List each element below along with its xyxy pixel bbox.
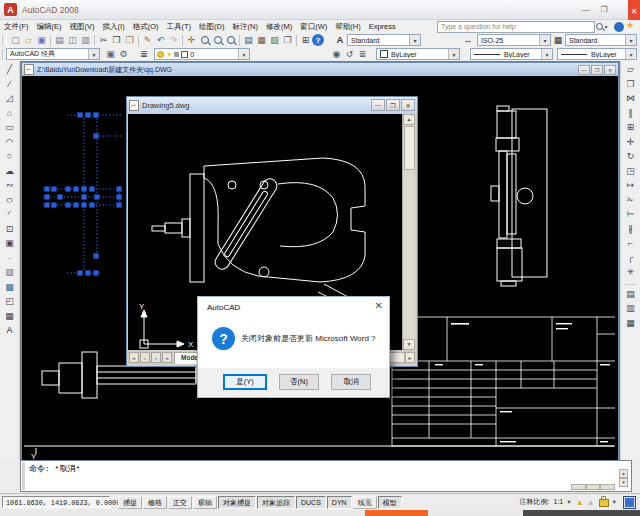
hatch-icon[interactable]: ▨ — [3, 266, 16, 279]
draworder-above-icon[interactable]: ▦ — [624, 317, 637, 330]
osnap-toggle[interactable]: 对象捕捉 — [218, 496, 256, 509]
clean-screen-icon[interactable] — [623, 496, 636, 509]
close-button[interactable]: ✕ — [628, 0, 640, 22]
chamfer-icon[interactable]: ⌐ — [624, 237, 637, 250]
erase-icon[interactable]: ▱ — [624, 63, 637, 76]
zoom-realtime-icon[interactable] — [198, 34, 211, 47]
polygon-icon[interactable]: ⌂ — [3, 107, 16, 120]
layer-states-icon[interactable]: ≣ — [356, 48, 369, 61]
sheet-set-manager-icon[interactable]: ❒ — [281, 34, 294, 47]
fillet-icon[interactable]: ╭ — [624, 252, 637, 265]
close-button[interactable]: ✕ — [604, 65, 616, 75]
explode-icon[interactable]: ✳ — [624, 266, 637, 279]
menu-insert[interactable]: 插入(I) — [99, 22, 129, 32]
menu-format[interactable]: 格式(O) — [129, 22, 163, 32]
maximize-button[interactable]: ❐ — [596, 3, 612, 16]
yes-button[interactable]: 是(Y) — [223, 374, 267, 390]
arc-icon[interactable]: ◠ — [3, 136, 16, 149]
match-properties-icon[interactable]: ✎ — [141, 34, 154, 47]
ducs-toggle[interactable]: DUCS — [296, 496, 326, 509]
coordinate-readout[interactable]: 1061.8630, 1419.0823, 0.0000 — [2, 496, 110, 508]
zoom-previous-icon[interactable] — [224, 34, 237, 47]
lineweight-toggle[interactable]: 线宽 — [353, 496, 377, 509]
tab-nav-button[interactable]: » — [162, 352, 172, 363]
no-button[interactable]: 否(N) — [279, 374, 319, 390]
polar-toggle[interactable]: 极轴 — [193, 496, 217, 509]
trim-icon[interactable]: ✁ — [624, 194, 637, 207]
help-search-button[interactable]: ▾ — [592, 21, 612, 32]
annotation-visibility-icon[interactable]: ▲ — [576, 498, 584, 507]
communication-center-icon[interactable] — [614, 22, 624, 32]
menu-window[interactable]: 窗口(W) — [296, 22, 331, 32]
menu-draw[interactable]: 绘图(D) — [195, 22, 228, 32]
menu-help[interactable]: 帮助(H) — [331, 22, 364, 32]
dialog-close-icon[interactable]: ✕ — [375, 300, 383, 311]
scroll-left-arrow[interactable] — [571, 484, 586, 490]
tab-nav-button[interactable]: « — [129, 352, 139, 363]
scroll-down-arrow[interactable]: ▼ — [619, 478, 628, 487]
region-icon[interactable]: ◰ — [3, 295, 16, 308]
outer-window-titlebar[interactable]: Z:\BaiduYunDownload\新建文件夹\qq.DWG — ❐ ✕ — [22, 63, 618, 76]
ellipse-icon[interactable]: ○ — [3, 194, 16, 207]
scroll-up-arrow[interactable]: ▲ — [403, 114, 415, 125]
tab-nav-button[interactable]: ‹ — [140, 352, 150, 363]
line-icon[interactable]: ╱ — [3, 63, 16, 76]
save-workspace-icon[interactable]: ▣ — [104, 48, 117, 61]
table-icon[interactable]: ▦ — [3, 310, 16, 323]
open-folder-icon[interactable]: ▱ — [22, 34, 35, 47]
command-scrollbar[interactable]: ▲ ▼ — [619, 469, 628, 487]
make-block-icon[interactable]: ▣ — [3, 237, 16, 250]
command-horizontal-scrollbar[interactable] — [571, 484, 615, 490]
inner-window-titlebar[interactable]: Drawing5.dwg — ❐ ✕ — [127, 97, 417, 113]
menu-express[interactable]: Express — [365, 22, 400, 32]
otrack-toggle[interactable]: 对象追踪 — [257, 496, 295, 509]
ortho-toggle[interactable]: 正交 — [168, 496, 192, 509]
annotation-scale-value[interactable]: 1:1 — [554, 498, 564, 505]
draworder-back-icon[interactable]: ▥ — [624, 302, 637, 315]
restore-button[interactable]: ❐ — [386, 99, 400, 111]
command-line-window[interactable]: 命令: *取消* ▲ ▼ — [20, 460, 632, 492]
mirror-icon[interactable]: ⋈ — [624, 92, 637, 105]
scroll-thumb[interactable] — [404, 126, 415, 170]
inner-vertical-scrollbar[interactable]: ▲ ▼ — [402, 114, 415, 350]
cut-icon[interactable]: ✂ — [97, 34, 110, 47]
gradient-icon[interactable]: ▩ — [3, 281, 16, 294]
plot-preview-icon[interactable]: ◫ — [66, 34, 79, 47]
layer-previous-icon[interactable]: ↺ — [343, 48, 356, 61]
tool-palettes-icon[interactable]: ▧ — [268, 34, 281, 47]
drawing-window-qq-dwg[interactable]: Z:\BaiduYunDownload\新建文件夹\qq.DWG — ❐ ✕ — [21, 62, 619, 461]
scroll-thumb[interactable] — [586, 484, 601, 490]
chevron-down-icon[interactable]: ▼ — [612, 499, 617, 505]
dyn-toggle[interactable]: DYN — [327, 496, 352, 509]
help-query-input[interactable]: Type a question for help — [437, 21, 595, 33]
construction-line-icon[interactable]: ∕ — [3, 78, 16, 91]
scroll-right-arrow[interactable]: ▸ — [405, 352, 415, 363]
toolbar-grip[interactable] — [2, 35, 7, 46]
tab-nav-button[interactable]: › — [151, 352, 161, 363]
zoom-window-icon[interactable] — [211, 34, 224, 47]
save-icon[interactable]: ▣ — [35, 34, 48, 47]
table-style-combo[interactable]: Standard ▾ — [565, 34, 637, 46]
array-icon[interactable]: ⊞ — [624, 121, 637, 134]
minimize-button[interactable]: — — [371, 99, 385, 111]
break-icon[interactable]: ∦ — [624, 223, 637, 236]
menu-file[interactable]: 文件(F) — [0, 22, 33, 32]
cancel-button[interactable]: 取消 — [331, 374, 371, 390]
menu-edit[interactable]: 编辑(E) — [33, 22, 66, 32]
command-window-grip[interactable] — [22, 462, 25, 490]
chevron-down-icon[interactable]: ▼ — [566, 499, 571, 505]
stretch-icon[interactable]: ↦ — [624, 179, 637, 192]
color-control-combo[interactable]: ByLayer ▾ — [376, 48, 460, 60]
redo-icon[interactable]: ↷ — [167, 34, 180, 47]
linetype-control-combo[interactable]: ByLayer ▾ — [470, 48, 553, 60]
copy-icon[interactable]: ❐ — [110, 34, 123, 47]
copy-object-icon[interactable]: ❐ — [624, 78, 637, 91]
menu-dimension[interactable]: 标注(N) — [229, 22, 262, 32]
model-toggle[interactable]: 模型 — [378, 496, 402, 509]
close-button[interactable]: ✕ — [401, 99, 415, 111]
help-icon[interactable]: ? — [312, 34, 324, 46]
snap-toggle[interactable]: 捕捉 — [118, 496, 142, 509]
ellipse-arc-icon[interactable]: ◜ — [3, 208, 16, 221]
make-object-layer-current-icon[interactable]: ◉ — [330, 48, 343, 61]
revision-cloud-icon[interactable]: ☁ — [3, 165, 16, 178]
